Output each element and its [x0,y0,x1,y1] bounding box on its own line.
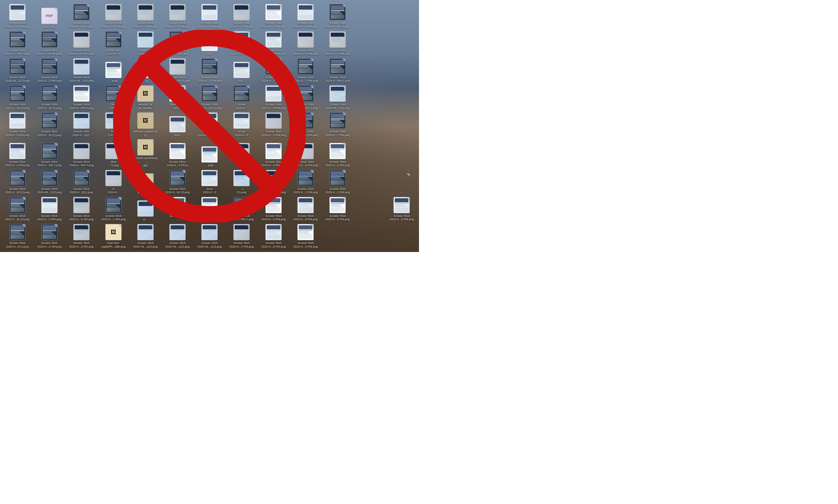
file-item[interactable]: — [386,168,418,195]
file-item[interactable]: Screen Shot2020-0...5 PM.png [258,195,290,222]
file-item[interactable]: Screen Shot2020-0...1 PM.png [97,195,129,222]
file-item[interactable]: Screen Shot2020-0...4 PM.png [258,2,290,30]
file-item[interactable]: Screen Shot2020-0...M (2).png [1,168,33,195]
file-item[interactable]: Screen Shot2020-05...1(2).png [193,222,225,250]
file-item[interactable]: Screen Shot2020-0...8 PM.png [1,2,33,30]
file-item[interactable]: Screen Sho2020-0...2(2). [65,111,97,138]
file-item[interactable]: Screen Shot2020-0...9 PM.png [33,195,65,222]
file-item[interactable] [386,111,418,138]
file-item[interactable]: Screen Shot2020-0...3(2).png [65,168,97,195]
file-item[interactable]: Screen Shot2020-0...M (2).png [193,84,225,111]
file-item[interactable]: Screen Shot2020-0...PM 1.png [65,2,97,30]
file-item[interactable]: Screen Shot2020-0...1 PM.png [290,111,322,138]
file-item[interactable] [354,30,386,57]
file-item[interactable]: p... [129,195,161,222]
file-item[interactable]: Screen Shot2020-06...1(2).png [1,57,33,84]
file-item[interactable]: Screen Shot2020-0...1 PM.png [33,57,65,84]
file-item[interactable]: Screen Shot2020-0...6 PM.png [290,30,322,57]
file-item[interactable]: S2020-0... [97,168,129,195]
file-item[interactable]: ...png [193,138,225,168]
file-item[interactable]: Screen Shot2020-0...3 PM.png [322,30,354,57]
file-item[interactable]: Screen Shot2020-0...PM 1.png [33,138,65,168]
file-item[interactable]: Screen Shot2020-0...PM 1.png [322,57,354,84]
file-item[interactable]: Screen Shot2020-0...0 PM.png [1,138,33,168]
file-item[interactable]: Screen Shot2020-0...2 PM.png [258,111,290,138]
file-item[interactable]: Screen Shot2020-05...1(2).png [322,84,354,111]
file-item[interactable]: Screen Shot2020-0...1 PM.png [193,57,225,84]
file-item[interactable]: Screen Shot2020-0...M (2).png [33,84,65,111]
file-item[interactable]: 2020- [161,111,193,138]
file-item[interactable]: Screen Shot2020-0...PM 1.png [1,30,33,57]
file-item[interactable]: Screen Shot2020-0...2 AM.png [33,222,65,250]
file-item[interactable]: Screen Shot2020-0...9 PM.png [193,111,225,138]
file-item[interactable]: ...png [97,57,129,84]
file-item[interactable] [354,2,386,30]
file-item[interactable] [354,195,386,222]
file-item[interactable] [386,57,418,84]
file-item[interactable]: Screen Sho2020-0...7 [97,30,129,57]
file-item[interactable]: 🖼 airpods_prup_header. [129,84,161,111]
file-item[interactable]: Screen Shot2020-05...1(2).png [65,57,97,84]
file-item[interactable]: Screen Shot2020-0...9 PM.png [193,2,225,30]
file-item[interactable]: Screen Shot2020-0...3 PM.png [226,2,258,30]
file-item[interactable]: Screen Shot2020-0...3 PM.png [161,2,193,30]
file-item[interactable]: Screen Shot2020-0...7 PM.png [258,57,290,84]
file-item[interactable]: Scree2020-0... [226,84,258,111]
file-item[interactable] [322,222,354,250]
file-item[interactable] [354,57,386,84]
file-item[interactable]: Screen Shot2020-0...PM 3.png [65,138,97,168]
file-item[interactable]: Screen Shot2020-0...3 PM.png [65,222,97,250]
file-item[interactable]: PHP test.php [33,2,65,30]
file-item[interactable]: Screen Shot2020-0...PM 2.png [65,84,97,111]
file-item[interactable]: Screen Shot2020-0...5 PM.png [322,138,354,168]
file-item[interactable]: Screen Shot2020-0...6 AM.png [65,195,97,222]
file-item[interactable]: 🖼 Over-Ear-ApplePh...edb.png [97,222,129,250]
file-item[interactable]: Screen Shot2020-0...M (2).png [322,2,354,30]
file-item[interactable] [354,222,386,250]
file-item[interactable]: Screen Shot2020-0...3 PM.png [129,2,161,30]
file-item[interactable] [354,168,386,195]
file-item[interactable]: Shot...1 PM.png [97,84,129,111]
file-item[interactable]: Screen Shot2020-0...5 PM.png [322,195,354,222]
file-item[interactable]: Shot...?).png [97,138,129,168]
file-item[interactable]: Screen Shot2020-06...1(2).png [33,168,65,195]
file-item[interactable]: Screen Shot2020-0...M (2).png [161,168,193,195]
file-item[interactable]: Screen Shot2020-0...M (2).png [1,84,33,111]
file-item[interactable]: Scre... [193,30,225,57]
file-item[interactable]: Screen Shot2020-0...3 PM.png [97,2,129,30]
file-item[interactable]: Screen Shot2020-05...1(2).png [161,222,193,250]
file-item[interactable]: ...g [129,57,161,84]
file-item[interactable]: Screen Shot2020-0...M (2).png [1,195,33,222]
file-item[interactable]: Screen Shot2020-0...6 PM.png [290,138,322,168]
file-item[interactable]: Screen Shot2020-0...PM 3.png [161,57,193,84]
file-item[interactable]: Screen Shot2020-0...2(2).png [161,30,193,57]
file-item[interactable]: Screen Shot.... [193,195,225,222]
file-item[interactable] [354,138,386,168]
file-item[interactable]: Screen Shot2020-0...M (2).png [290,84,322,111]
file-item[interactable]: Screen Shot2020-0...6 PM.png [65,30,97,57]
file-item[interactable]: Screen Shot2020-0...9 PM.png [1,111,33,138]
file-item[interactable]: Screen Shot2020-0...8 PM.png [258,222,290,250]
file-item[interactable]: 🖼 iphone11splash.jpg [129,111,161,138]
file-item[interactable]: Screen Shot2020-0...2 PM.png [226,222,258,250]
file-item[interactable]: Screen Shot2020-0...7 PM.png [322,111,354,138]
file-item[interactable]: 🖼 iphone11prolineup.jpg [129,138,161,168]
file-item[interactable]: Screen Shot2020-0...M (2).png [33,111,65,138]
file-item[interactable] [354,111,386,138]
file-item[interactable]: Screen Shou2020-0...5 PM.p [161,138,193,168]
file-item[interactable]: Screen Shot2020-0...9 PM.png [258,84,290,111]
file-item[interactable] [386,30,418,57]
file-item[interactable]: Screen Shot...3(2).png [161,84,193,111]
file-item[interactable]: ...t(2).png [226,168,258,195]
file-item[interactable] [386,84,418,111]
file-item[interactable]: Scree2020-0...P [226,111,258,138]
file-item[interactable]: Screen Shot2020-0...8 PM.png [290,195,322,222]
file-item[interactable]: Scre2020-0...0 [193,168,225,195]
file-item[interactable]: Screen Shot2020-0...9 PM.png [226,30,258,57]
file-item[interactable]: Screen Shot2020-0...4 PM.png [258,138,290,168]
file-item[interactable]: Screen Shot2020-0...5 PM.png [290,222,322,250]
file-item[interactable]: Screen Shot2020-0...ng [129,30,161,57]
file-item[interactable]: Sho...5 PM.png [97,111,129,138]
file-item[interactable]: Screen Shot2020-0...6 PM.png [258,168,290,195]
file-item[interactable]: Screen Shot2020-0...9 PM.png [290,2,322,30]
